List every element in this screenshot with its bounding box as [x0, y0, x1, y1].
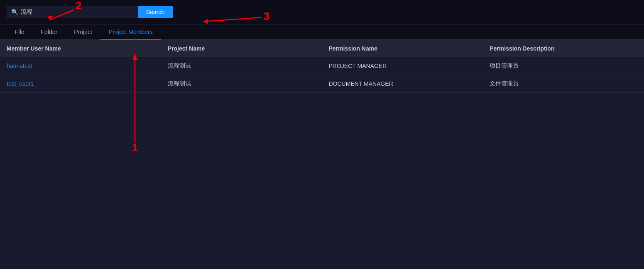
- col-header-permission-name: Permission Name: [322, 40, 483, 57]
- cell-member-user-name-0: hannatest: [0, 57, 161, 75]
- tab-folder[interactable]: Folder: [33, 24, 66, 40]
- table-container: Member User Name Project Name Permission…: [0, 40, 644, 93]
- cell-member-user-name-1: test_user1: [0, 75, 161, 93]
- search-button[interactable]: Search: [138, 6, 173, 18]
- top-bar: 🔍 Search: [0, 0, 644, 24]
- table-row: test_user1 流程测试 DOCUMENT MANAGER 文件管理员: [0, 75, 644, 93]
- cell-permission-description-0: 项目管理员: [483, 57, 644, 75]
- table-row: hannatest 流程测试 PROJECT MANAGER 项目管理员: [0, 57, 644, 75]
- cell-permission-name-0: PROJECT MANAGER: [322, 57, 483, 75]
- tab-project-members[interactable]: Project Members: [100, 24, 161, 40]
- search-container: 🔍 Search: [7, 6, 173, 18]
- nav-tabs: File Folder Project Project Members: [0, 24, 644, 40]
- col-header-permission-description: Permission Description: [483, 40, 644, 57]
- svg-text:1: 1: [132, 141, 138, 154]
- search-input-wrapper: 🔍: [7, 6, 138, 18]
- tab-project[interactable]: Project: [66, 24, 100, 40]
- search-icon: 🔍: [11, 9, 18, 15]
- page-wrapper: 🔍 Search File Folder Project Project Mem…: [0, 0, 644, 269]
- cell-permission-description-1: 文件管理员: [483, 75, 644, 93]
- cell-project-name-0: 流程测试: [161, 57, 322, 75]
- data-table: Member User Name Project Name Permission…: [0, 40, 644, 93]
- search-input[interactable]: [21, 9, 134, 15]
- user-link-0[interactable]: hannatest: [7, 63, 32, 69]
- table-header-row: Member User Name Project Name Permission…: [0, 40, 644, 57]
- col-header-project-name: Project Name: [161, 40, 322, 57]
- user-link-1[interactable]: test_user1: [7, 80, 34, 87]
- cell-permission-name-1: DOCUMENT MANAGER: [322, 75, 483, 93]
- col-header-member-user-name: Member User Name: [0, 40, 161, 57]
- tab-file[interactable]: File: [7, 24, 33, 40]
- cell-project-name-1: 流程测试: [161, 75, 322, 93]
